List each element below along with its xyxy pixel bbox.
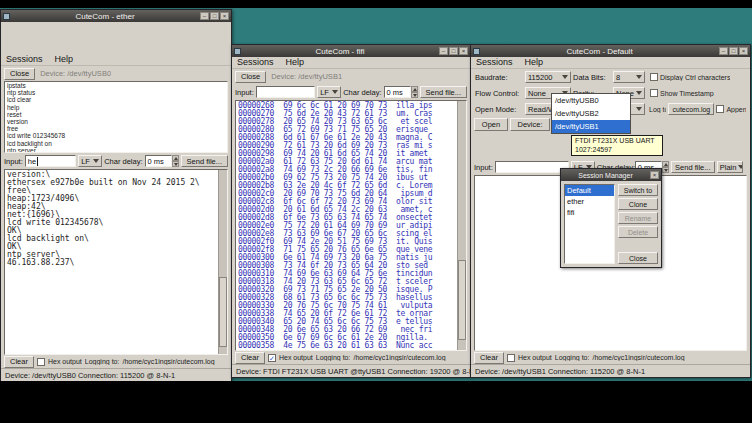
titlebar[interactable]: CuteCom - ether – □ × <box>1 10 231 22</box>
dialog-button[interactable]: Clone <box>618 198 658 210</box>
session-list[interactable]: Defaultetherfifi <box>564 184 615 264</box>
input-field[interactable]: he <box>25 155 76 167</box>
menu-sessions[interactable]: Sessions <box>6 54 43 65</box>
input-row: Input: LF Char delay: 0 ms Send file... <box>232 84 470 100</box>
history-item[interactable]: lcd backlight on <box>7 140 225 147</box>
scrollbar[interactable] <box>457 101 466 350</box>
history-item[interactable]: ntp status <box>7 89 225 96</box>
menu-sessions[interactable]: Sessions <box>476 57 513 68</box>
maximize-icon[interactable]: □ <box>210 12 219 20</box>
log-file-button[interactable]: cutecom.log <box>668 103 714 115</box>
baudrate-combo[interactable]: 115200 <box>525 71 571 83</box>
input-mode-combo[interactable]: Plain <box>717 161 743 173</box>
session-list-item[interactable]: fifi <box>565 207 614 218</box>
clear-button[interactable]: Clear <box>4 356 34 368</box>
session-list-item[interactable]: Default <box>565 185 614 196</box>
terminal-lines: version:\ethersex e927b0e built on Nov 2… <box>7 171 225 267</box>
history-item[interactable]: ipstats <box>7 82 225 89</box>
input-field[interactable] <box>256 86 315 98</box>
device-tooltip: FTDI FT231X USB UART 1027:24597 <box>571 135 663 156</box>
close-icon[interactable]: × <box>220 12 229 20</box>
hex-output-checkbox[interactable] <box>507 354 515 362</box>
titlebar[interactable]: CuteCom - fifi – □ × <box>232 45 470 57</box>
minimize-icon[interactable]: – <box>719 47 728 55</box>
command-history-list[interactable]: ipstatsntp statuslcd clearhelpresetversi… <box>4 81 228 153</box>
minimize-icon[interactable]: – <box>200 12 209 20</box>
history-item[interactable]: version <box>7 118 225 125</box>
log-path[interactable]: /home/cyc1ingsir/cutecom.log <box>353 354 445 361</box>
window-controls: – □ × <box>439 47 468 55</box>
spinner-arrows[interactable] <box>172 155 179 167</box>
open-button[interactable]: Open <box>474 118 508 131</box>
device-option[interactable]: /dev/ttyUSB1 <box>552 120 630 133</box>
input-field[interactable] <box>495 161 569 173</box>
input-label: Input: <box>4 157 23 166</box>
input-row: Input: he LF Char delay: 0 ms Send file.… <box>1 153 231 169</box>
device-label: Device: /dev/ttyUSB0 <box>40 69 111 78</box>
data-bits-combo[interactable]: 8 <box>613 71 645 83</box>
history-item[interactable]: help <box>7 104 225 111</box>
menu-sessions[interactable]: Sessions <box>237 57 274 68</box>
scrollbar-thumb[interactable] <box>219 277 227 347</box>
output-line: 46.163.88.237\ <box>7 259 225 267</box>
logging-label: Logging to: <box>316 354 351 361</box>
logging-label: Logging to: <box>555 354 590 361</box>
hex-output-label: Hex output <box>279 354 313 361</box>
chevron-down-icon <box>636 91 642 95</box>
device-tab[interactable]: Device: <box>510 118 550 131</box>
display-ctrl-checkbox[interactable] <box>650 73 658 81</box>
session-list-item[interactable]: ether <box>565 196 614 207</box>
dialog-button[interactable]: Switch to <box>618 184 658 196</box>
show-timestamp-checkbox[interactable] <box>650 89 658 97</box>
menu-help[interactable]: Help <box>55 54 74 65</box>
minimize-icon[interactable]: – <box>439 47 448 55</box>
close-icon[interactable]: × <box>459 47 468 55</box>
history-item[interactable]: lcd write 012345678 <box>7 132 225 139</box>
log-path[interactable]: /home/cyc1ingsir/cutecom.log <box>122 358 214 365</box>
dialog-close-button[interactable]: Close <box>618 252 658 264</box>
history-item[interactable]: free <box>7 125 225 132</box>
device-option[interactable]: /dev/ttyUSB2 <box>552 107 630 120</box>
device-option[interactable]: /dev/ttyUSB0 <box>552 94 630 107</box>
close-icon[interactable]: × <box>650 171 659 179</box>
send-file-button[interactable]: Send file... <box>671 161 715 173</box>
char-delay-spinner[interactable]: 0 ms <box>384 86 418 98</box>
hex-output-area[interactable]: 00000268 69 6c 6c 61 20 69 70 73 illa ip… <box>235 100 467 351</box>
eol-combo[interactable]: LF <box>78 155 102 167</box>
append-checkbox[interactable] <box>716 105 724 113</box>
log-path[interactable]: /home/cyc1ingsir/cutecom.log <box>592 354 684 361</box>
menu-help[interactable]: Help <box>286 57 305 68</box>
hex-output-checkbox[interactable] <box>37 358 45 366</box>
dialog-title: Session Manager <box>563 170 648 181</box>
hex-output-checkbox[interactable]: ✓ <box>268 354 276 362</box>
menubar: Sessions Help <box>1 54 231 66</box>
spinner-arrows[interactable] <box>662 161 669 173</box>
titlebar[interactable]: CuteCom - Default – □ × <box>471 45 750 57</box>
spinner-arrows[interactable] <box>411 86 418 98</box>
logging-label: Logging to: <box>85 358 120 365</box>
clear-button[interactable]: Clear <box>235 352 265 364</box>
open-mode-label: Open Mode: <box>475 105 523 114</box>
maximize-icon[interactable]: □ <box>729 47 738 55</box>
menu-help[interactable]: Help <box>525 57 544 68</box>
terminal-output[interactable]: version:\ethersex e927b0e built on Nov 2… <box>4 169 228 355</box>
history-item[interactable]: lcd clear <box>7 96 225 103</box>
history-item[interactable]: reset <box>7 111 225 118</box>
input-label: Input: <box>235 88 254 97</box>
close-icon[interactable]: × <box>739 47 748 55</box>
maximize-icon[interactable]: □ <box>449 47 458 55</box>
send-file-button[interactable]: Send file... <box>420 86 467 98</box>
dialog-titlebar[interactable]: Session Manager × <box>561 169 661 181</box>
char-delay-spinner[interactable]: 0 ms <box>145 155 179 167</box>
clear-button[interactable]: Clear <box>474 352 504 364</box>
eol-combo[interactable]: LF <box>317 86 341 98</box>
scrollbar[interactable] <box>218 170 227 354</box>
hex-dump-line: 00000358 4e 75 6e 63 20 61 63 63 Nunc ac… <box>238 342 464 350</box>
send-file-button[interactable]: Send file... <box>181 155 228 167</box>
close-connection-button[interactable]: Close <box>235 71 266 83</box>
close-connection-button[interactable]: Close <box>4 68 35 80</box>
scrollbar-thumb[interactable] <box>458 260 466 340</box>
status-bar: Device: FTDI FT231X USB UART @ttyUSB1 Co… <box>232 364 470 377</box>
tooltip-line2: 1027:24597 <box>575 145 659 154</box>
log-to-label: Log to: <box>649 106 666 113</box>
